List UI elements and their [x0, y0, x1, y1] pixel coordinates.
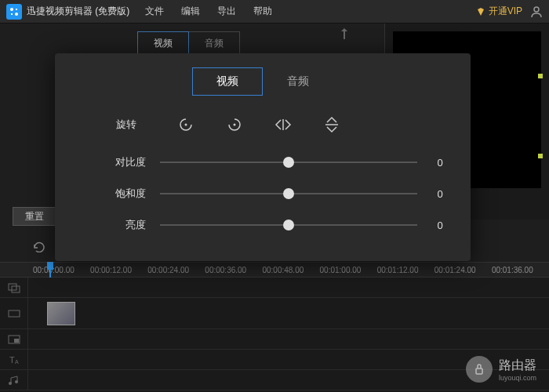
svg-point-15 [185, 124, 187, 126]
slider-thumb[interactable] [283, 188, 294, 199]
reset-button[interactable]: 重置 [13, 207, 56, 226]
user-icon[interactable] [530, 5, 543, 18]
brightness-label: 亮度 [102, 218, 146, 232]
crop-handle[interactable] [538, 154, 543, 158]
track-row[interactable] [0, 278, 549, 298]
contrast-label: 对比度 [102, 155, 146, 169]
svg-point-14 [15, 380, 18, 383]
slider-thumb[interactable] [283, 220, 294, 230]
time-mark: 00:00:00.00 [33, 266, 90, 274]
diamond-icon [476, 7, 485, 16]
undo-icon[interactable] [31, 241, 45, 252]
brightness-slider[interactable] [160, 224, 417, 226]
time-mark: 00:01:12.00 [377, 266, 434, 274]
pip-track-icon [0, 329, 28, 349]
svg-rect-2 [11, 13, 13, 15]
time-mark: 00:00:24.00 [147, 266, 205, 274]
timeline-ruler[interactable]: 00:00:00.00 00:00:12.00 00:00:24.00 00:0… [0, 262, 549, 278]
app-logo [6, 4, 22, 20]
adjust-panel: 视频 音频 旋转 对比度 0 饱和度 0 亮度 [55, 53, 471, 261]
svg-rect-6 [9, 284, 16, 290]
time-mark: 00:01:24.00 [434, 266, 492, 274]
video-track-icon [0, 298, 28, 328]
rotate-cw-icon[interactable] [224, 114, 245, 135]
flip-vertical-icon[interactable] [322, 114, 342, 135]
svg-rect-10 [14, 339, 19, 343]
vip-button[interactable]: 开通VIP [476, 5, 522, 18]
svg-rect-3 [16, 9, 17, 10]
scroll-up-icon[interactable] [339, 27, 350, 41]
contrast-value: 0 [431, 157, 449, 169]
watermark: 路由器 luyouqi.com [466, 356, 536, 383]
menu-edit[interactable]: 编辑 [181, 5, 200, 18]
title-bar: 迅捷视频剪辑器 (免费版) 文件 编辑 导出 帮助 开通VIP [0, 0, 549, 24]
brightness-row: 亮度 0 [77, 218, 449, 232]
saturation-value: 0 [431, 188, 449, 200]
tab-audio[interactable]: 音频 [263, 67, 333, 96]
menu-file[interactable]: 文件 [145, 5, 164, 18]
contrast-slider[interactable] [160, 162, 417, 163]
time-mark: 00:00:12.00 [90, 266, 147, 274]
adjust-tabs: 视频 音频 [77, 67, 449, 96]
menu-export[interactable]: 导出 [217, 5, 236, 18]
app-title: 迅捷视频剪辑器 (免费版) [27, 5, 129, 18]
watermark-title: 路由器 [499, 358, 536, 374]
watermark-icon [466, 356, 493, 383]
rotate-controls: 旋转 [77, 114, 449, 135]
svg-rect-8 [9, 310, 20, 317]
contrast-row: 对比度 0 [77, 155, 449, 169]
overlay-track-icon [0, 278, 28, 297]
slider-thumb[interactable] [283, 157, 294, 168]
svg-text:T: T [9, 355, 15, 365]
saturation-slider[interactable] [160, 193, 417, 194]
svg-point-4 [534, 7, 539, 12]
time-mark: 00:01:00.00 [320, 266, 377, 274]
svg-point-16 [234, 124, 236, 126]
svg-rect-19 [476, 368, 482, 374]
crop-handle[interactable] [538, 74, 543, 78]
time-mark: 00:00:48.00 [262, 266, 319, 274]
saturation-label: 饱和度 [102, 187, 146, 201]
time-mark: 00:00:36.00 [205, 266, 262, 274]
text-track-icon: TA [0, 350, 28, 369]
rotate-label: 旋转 [116, 118, 147, 132]
rotate-ccw-icon[interactable] [176, 114, 196, 135]
track-row[interactable] [0, 329, 549, 350]
tab-video[interactable]: 视频 [192, 67, 263, 96]
watermark-sub: luyouqi.com [499, 374, 536, 382]
video-track-row[interactable] [0, 298, 549, 329]
bg-panel-tabs: 视频 音频 [137, 31, 240, 56]
brightness-value: 0 [431, 220, 449, 231]
audio-track-icon [0, 370, 28, 390]
svg-point-1 [15, 13, 18, 16]
svg-point-0 [10, 8, 13, 11]
menu-help[interactable]: 帮助 [253, 5, 272, 18]
svg-point-13 [9, 382, 12, 385]
svg-text:A: A [15, 359, 19, 365]
playhead[interactable] [47, 262, 53, 270]
video-clip[interactable] [47, 302, 75, 325]
bg-tab-video[interactable]: 视频 [137, 31, 189, 56]
bg-tab-audio[interactable]: 音频 [189, 31, 240, 56]
main-menu: 文件 编辑 导出 帮助 [145, 5, 272, 18]
time-mark: 00:01:36.00 [492, 266, 549, 274]
svg-rect-7 [12, 286, 20, 292]
svg-rect-5 [344, 31, 345, 39]
flip-horizontal-icon[interactable] [273, 114, 293, 135]
saturation-row: 饱和度 0 [77, 187, 449, 201]
